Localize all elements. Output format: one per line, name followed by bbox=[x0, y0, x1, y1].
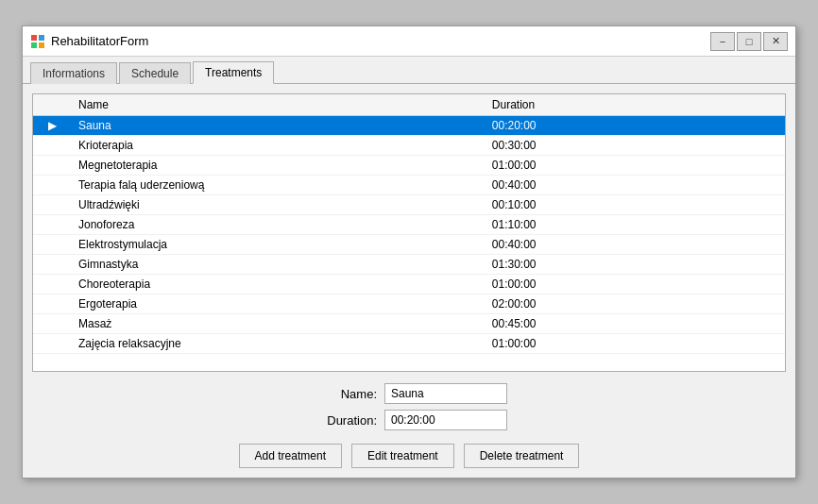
app-icon bbox=[30, 34, 45, 49]
table-row[interactable]: Ergoterapia02:00:00 bbox=[33, 294, 785, 314]
row-name: Zajęcia relaksacyjne bbox=[71, 334, 485, 354]
row-indicator bbox=[33, 294, 71, 314]
table-row[interactable]: Ultradźwięki00:10:00 bbox=[33, 195, 785, 215]
tab-treatments[interactable]: Treatments bbox=[193, 61, 274, 84]
row-duration: 00:20:00 bbox=[485, 116, 785, 136]
row-duration: 02:00:00 bbox=[485, 294, 785, 314]
row-duration: 01:10:00 bbox=[485, 215, 785, 235]
row-indicator bbox=[33, 195, 71, 215]
name-input[interactable] bbox=[384, 383, 507, 404]
row-name: Krioterapia bbox=[71, 136, 485, 156]
svg-rect-1 bbox=[39, 35, 44, 41]
row-indicator bbox=[33, 156, 71, 176]
svg-rect-2 bbox=[31, 42, 37, 48]
duration-input[interactable] bbox=[384, 410, 507, 430]
col-name: Name bbox=[71, 94, 485, 116]
row-indicator bbox=[33, 314, 71, 334]
row-duration: 01:00:00 bbox=[485, 156, 785, 176]
treatments-table: Name Duration ▶Sauna00:20:00Krioterapia0… bbox=[33, 94, 785, 354]
row-duration: 01:00:00 bbox=[485, 334, 785, 354]
row-duration: 01:00:00 bbox=[485, 275, 785, 294]
svg-rect-0 bbox=[31, 35, 37, 41]
main-window: RehabilitatorForm − □ ✕ Informations Sch… bbox=[22, 25, 796, 479]
minimize-button[interactable]: − bbox=[710, 32, 735, 51]
col-indicator bbox=[33, 94, 71, 116]
tab-content: Name Duration ▶Sauna00:20:00Krioterapia0… bbox=[23, 84, 795, 478]
row-duration: 00:10:00 bbox=[485, 195, 785, 215]
row-indicator bbox=[33, 215, 71, 235]
row-duration: 00:45:00 bbox=[485, 314, 785, 334]
row-duration: 01:30:00 bbox=[485, 255, 785, 275]
col-duration: Duration bbox=[485, 94, 785, 116]
row-indicator bbox=[33, 334, 71, 354]
table-row[interactable]: Megnetoterapia01:00:00 bbox=[33, 156, 785, 176]
row-name: Terapia falą uderzeniową bbox=[71, 176, 485, 195]
row-name: Sauna bbox=[71, 116, 485, 136]
row-name: Elektrostymulacja bbox=[71, 235, 485, 255]
delete-treatment-button[interactable]: Delete treatment bbox=[464, 444, 580, 468]
name-label: Name: bbox=[311, 387, 377, 401]
title-bar-left: RehabilitatorForm bbox=[30, 34, 148, 49]
row-name: Ergoterapia bbox=[71, 294, 485, 314]
row-duration: 00:40:00 bbox=[485, 235, 785, 255]
duration-label: Duration: bbox=[311, 413, 377, 428]
treatments-table-container[interactable]: Name Duration ▶Sauna00:20:00Krioterapia0… bbox=[32, 93, 786, 372]
table-row[interactable]: Jonoforeza01:10:00 bbox=[33, 215, 785, 235]
row-indicator bbox=[33, 136, 71, 156]
window-title: RehabilitatorForm bbox=[51, 34, 148, 48]
row-name: Choreoterapia bbox=[71, 275, 485, 294]
row-indicator bbox=[33, 275, 71, 294]
row-duration: 00:30:00 bbox=[485, 136, 785, 156]
table-row[interactable]: Krioterapia00:30:00 bbox=[33, 136, 785, 156]
duration-row: Duration: bbox=[311, 410, 507, 430]
edit-treatment-button[interactable]: Edit treatment bbox=[351, 444, 454, 468]
table-row[interactable]: ▶Sauna00:20:00 bbox=[33, 116, 785, 136]
close-button[interactable]: ✕ bbox=[763, 32, 788, 51]
row-duration: 00:40:00 bbox=[485, 176, 785, 195]
add-treatment-button[interactable]: Add treatment bbox=[239, 444, 342, 468]
tabs-bar: Informations Schedule Treatments bbox=[23, 57, 795, 84]
name-row: Name: bbox=[311, 383, 507, 404]
title-bar: RehabilitatorForm − □ ✕ bbox=[23, 26, 795, 57]
tab-informations[interactable]: Informations bbox=[30, 62, 117, 84]
row-name: Masaż bbox=[71, 314, 485, 334]
row-name: Gimnastyka bbox=[71, 255, 485, 275]
row-indicator bbox=[33, 235, 71, 255]
table-row[interactable]: Choreoterapia01:00:00 bbox=[33, 275, 785, 294]
table-row[interactable]: Terapia falą uderzeniową00:40:00 bbox=[33, 176, 785, 195]
row-indicator bbox=[33, 176, 71, 195]
window-controls: − □ ✕ bbox=[710, 32, 788, 51]
detail-form: Name: Duration: bbox=[32, 383, 786, 430]
row-indicator: ▶ bbox=[33, 116, 71, 136]
action-buttons: Add treatment Edit treatment Delete trea… bbox=[32, 444, 786, 468]
maximize-button[interactable]: □ bbox=[737, 32, 761, 51]
table-row[interactable]: Elektrostymulacja00:40:00 bbox=[33, 235, 785, 255]
svg-rect-3 bbox=[39, 42, 44, 48]
table-row[interactable]: Masaż00:45:00 bbox=[33, 314, 785, 334]
tab-schedule[interactable]: Schedule bbox=[119, 62, 191, 84]
table-row[interactable]: Gimnastyka01:30:00 bbox=[33, 255, 785, 275]
row-name: Ultradźwięki bbox=[71, 195, 485, 215]
row-name: Jonoforeza bbox=[71, 215, 485, 235]
table-row[interactable]: Zajęcia relaksacyjne01:00:00 bbox=[33, 334, 785, 354]
row-name: Megnetoterapia bbox=[71, 156, 485, 176]
row-indicator bbox=[33, 255, 71, 275]
